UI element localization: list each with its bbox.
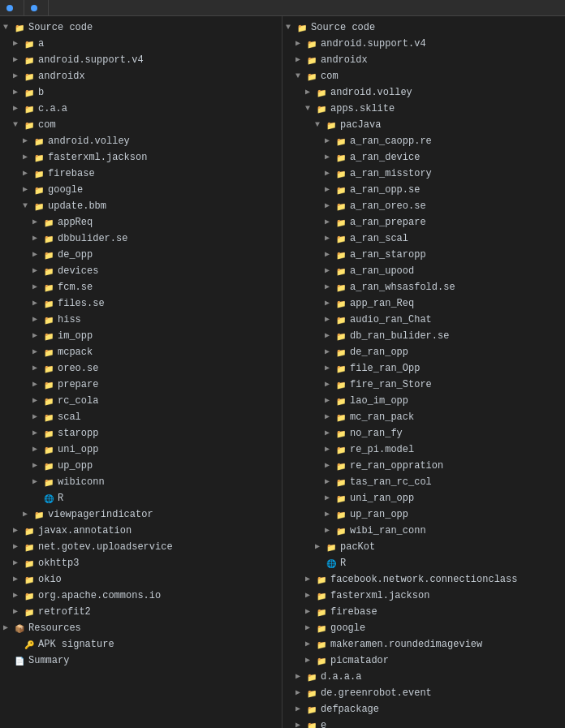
tree-item[interactable]: 📁a_ran_oreo.se [282, 198, 565, 214]
tree-item[interactable]: 📁android.support.v4 [282, 36, 565, 52]
tree-item[interactable]: 📁a_ran_whsasfold.se [282, 279, 565, 295]
tree-item[interactable]: 📁a_ran_prepare [282, 214, 565, 230]
tree-item[interactable]: 📁apps.sklite [282, 101, 565, 117]
tree-item[interactable]: 📁Source code [0, 19, 282, 36]
tree-item[interactable]: 📁mc_ran_pack [282, 409, 565, 425]
tree-item[interactable]: 📁re_ran_oppration [282, 458, 565, 474]
tree-item[interactable]: 📁file_ran_Opp [282, 360, 565, 377]
tree-item[interactable]: 📁android.volley [282, 84, 565, 101]
tree-item[interactable]: 📁hiss [0, 312, 282, 328]
tree-item[interactable]: 📄Summary [0, 653, 282, 669]
tree-item[interactable]: 📁no_ran_fy [282, 425, 565, 442]
tree-item[interactable]: 📁de_ran_opp [282, 344, 565, 360]
tree-item[interactable]: 📁wibi_ran_conn [282, 523, 565, 539]
tree-item[interactable]: 📁firebase [0, 166, 282, 182]
tree-item[interactable]: 📁fasterxml.jackson [282, 588, 565, 604]
tree-item[interactable]: 📁viewpagerindicator [0, 506, 282, 523]
tree-item[interactable]: 📁uni_ran_opp [282, 490, 565, 506]
arrow-right [13, 588, 23, 603]
tree-item[interactable]: 📁fire_ran_Store [282, 377, 565, 393]
tree-item[interactable]: 📁de.greenrobot.event [282, 685, 565, 701]
tree-item[interactable]: 📁lao_im_opp [282, 393, 565, 409]
tree-item[interactable]: 📁okhttp3 [0, 555, 282, 571]
tree-item[interactable]: 📁google [0, 182, 282, 198]
tree-item[interactable]: 📁re_pi.model [282, 442, 565, 458]
tree-item[interactable]: 📁de_opp [0, 247, 282, 263]
tree-item[interactable]: 📁a_ran_device [282, 149, 565, 166]
tree-item[interactable]: 📁retrofit2 [0, 604, 282, 620]
tree-item[interactable]: 📁audio_ran_Chat [282, 312, 565, 328]
tree-item[interactable]: 📁a [0, 36, 282, 52]
tree-item[interactable]: 📁mcpack [0, 344, 282, 360]
tree-item[interactable]: 📁firebase [282, 604, 565, 620]
tree-item[interactable]: 📁oreo.se [0, 360, 282, 377]
tree-item[interactable]: 📁im_opp [0, 328, 282, 344]
folder-icon: 📁 [315, 639, 328, 650]
tree-item[interactable]: 📁db_ran_bulider.se [282, 328, 565, 344]
tree-item[interactable]: 📁d.a.a.a [282, 669, 565, 685]
tree-item[interactable]: 📁android.support.v4 [0, 52, 282, 68]
tree-item[interactable]: 📁a_ran_caopp.re [282, 133, 565, 149]
tree-item[interactable]: 📁uni_opp [0, 442, 282, 458]
tree-item[interactable]: 📁wibiconn [0, 474, 282, 490]
tree-item[interactable]: 📁rc_cola [0, 393, 282, 409]
tree-item[interactable]: 🔑APK signature [0, 636, 282, 653]
tree-item-label: db_ran_bulider.se [350, 329, 449, 343]
tree-item[interactable]: 📁com [0, 117, 282, 133]
folder-icon: 📁 [315, 606, 328, 618]
folder-icon: 📁 [334, 476, 347, 488]
tree-item[interactable]: 📦Resources [0, 620, 282, 636]
tree-item-label: android.volley [48, 134, 130, 149]
tree-item[interactable]: 📁pacJava [282, 117, 565, 133]
tree-item[interactable]: 📁staropp [0, 425, 282, 442]
tree-item[interactable]: 📁android.volley [0, 133, 282, 149]
tree-item[interactable]: 🌐R [282, 555, 565, 571]
tree-item-label: a_ran_staropp [350, 248, 426, 262]
tree-item-label: okio [38, 572, 62, 587]
tree-item[interactable]: 📁up_ran_opp [282, 506, 565, 523]
left-title-tab[interactable] [0, 0, 24, 15]
tree-item[interactable]: 📁files.se [0, 295, 282, 312]
tree-item[interactable]: 📁androidx [282, 52, 565, 68]
tree-item[interactable]: 📁b [0, 84, 282, 101]
tree-item[interactable]: 📁makeramen.roundedimageview [282, 636, 565, 653]
tree-item[interactable]: 📁appReq [0, 214, 282, 230]
tree-item[interactable]: 📁com [282, 68, 565, 84]
tree-item[interactable]: 📁picmatador [282, 653, 565, 669]
tree-item[interactable]: 📁a_ran_upood [282, 263, 565, 279]
folder-icon: 📁 [42, 444, 55, 455]
tree-item[interactable]: 📁facebook.network.connectionclass [282, 571, 565, 588]
tree-item[interactable]: 📁app_ran_Req [282, 295, 565, 312]
tree-item[interactable]: 📁e [282, 717, 565, 728]
tree-item[interactable]: 📁up_opp [0, 458, 282, 474]
tree-item[interactable]: 📁net.gotev.uploadservice [0, 539, 282, 555]
tree-item[interactable]: 🌐R [0, 490, 282, 506]
arrow-right [325, 523, 334, 538]
tree-item-label: Source code [311, 20, 375, 35]
left-pane[interactable]: 📁Source code📁a📁android.support.v4📁androi… [0, 16, 282, 728]
tree-item[interactable]: 📁a_ran_staropp [282, 247, 565, 263]
tree-item[interactable]: 📁javax.annotation [0, 523, 282, 539]
tree-item[interactable]: 📁tas_ran_rc_col [282, 474, 565, 490]
tree-item[interactable]: 📁c.a.a [0, 101, 282, 117]
tree-item[interactable]: 📁org.apache.commons.io [0, 588, 282, 604]
tree-item[interactable]: 📁Source code [282, 19, 565, 36]
right-title-tab[interactable] [24, 0, 49, 15]
tree-item[interactable]: 📁defpackage [282, 701, 565, 717]
tree-item[interactable]: 📁a_ran_opp.se [282, 182, 565, 198]
tree-item[interactable]: 📁dbbulider.se [0, 230, 282, 247]
tree-item[interactable]: 📁a_ran_scal [282, 230, 565, 247]
tree-item[interactable]: 📁update.bbm [0, 198, 282, 214]
tree-item[interactable]: 📁androidx [0, 68, 282, 84]
tree-item[interactable]: 📁okio [0, 571, 282, 588]
tree-item[interactable]: 📁fasterxml.jackson [0, 149, 282, 166]
tree-item[interactable]: 📁a_ran_misstory [282, 166, 565, 182]
tree-item[interactable]: 📁fcm.se [0, 279, 282, 295]
right-pane[interactable]: 📁Source code📁android.support.v4📁androidx… [282, 16, 565, 728]
tree-item[interactable]: 📁scal [0, 409, 282, 425]
tree-item[interactable]: 📁google [282, 620, 565, 636]
tree-item[interactable]: 📁devices [0, 263, 282, 279]
tree-item[interactable]: 📁prepare [0, 377, 282, 393]
tree-item[interactable]: 📁pacKot [282, 539, 565, 555]
tree-item-label: R [340, 556, 346, 571]
